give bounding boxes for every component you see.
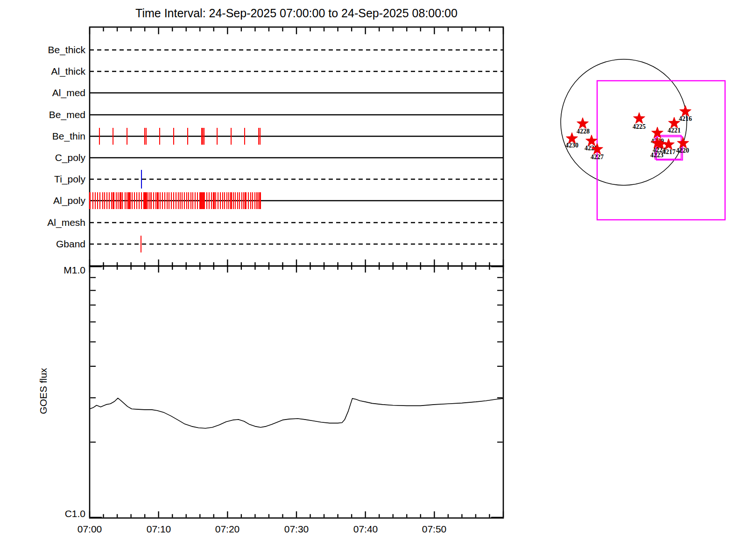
- active-region-label: 4223: [650, 152, 663, 159]
- active-region-label: 4228: [577, 128, 590, 135]
- plot-canvas: 4216422142254228423042264227422942244223…: [0, 0, 747, 560]
- active-region-label: 4225: [633, 123, 646, 130]
- active-region-label: 4221: [668, 127, 681, 134]
- active-region-label: 4217: [662, 148, 676, 155]
- active-region-star: [680, 105, 691, 117]
- active-region-label: 4227: [591, 154, 604, 161]
- goes-flux-curve: [90, 398, 503, 428]
- active-region-star: [577, 118, 589, 129]
- active-region-star: [634, 112, 645, 124]
- plot-window: Time Interval: 24-Sep-2025 07:00:00 to 2…: [0, 0, 747, 560]
- active-region-star: [669, 117, 680, 128]
- timeline-panel-border: [90, 27, 503, 266]
- active-region-label: 4216: [679, 115, 692, 122]
- active-region-star: [586, 135, 598, 146]
- active-region-label: 4230: [565, 142, 578, 149]
- goes-panel-border: [90, 266, 503, 518]
- active-region-label: 4220: [676, 147, 689, 154]
- active-region-star: [652, 127, 663, 138]
